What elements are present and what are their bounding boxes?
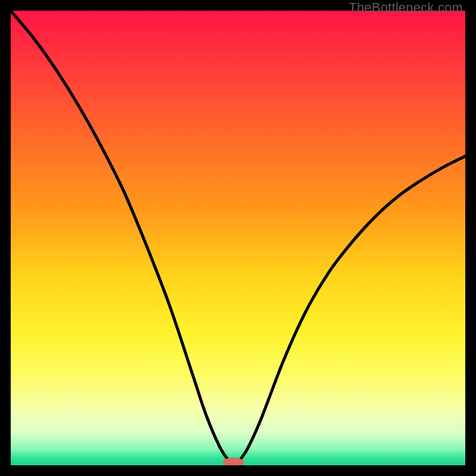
watermark-text: TheBottleneck.com: [349, 0, 463, 15]
chart-frame: TheBottleneck.com: [0, 0, 476, 476]
gradient-background: [11, 11, 465, 465]
bottleneck-chart: [11, 11, 465, 465]
